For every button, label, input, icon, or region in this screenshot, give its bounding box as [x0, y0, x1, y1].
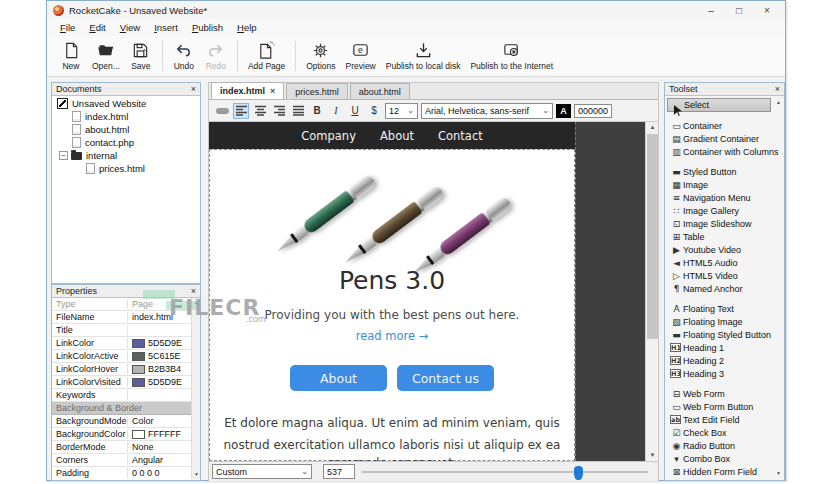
- menu-edit[interactable]: Edit: [82, 20, 112, 35]
- titlebar[interactable]: RocketCake - Unsaved Website*: [47, 1, 785, 19]
- menu-publish[interactable]: Publish: [185, 20, 230, 35]
- menu-help[interactable]: Help: [230, 20, 264, 35]
- toolset-item[interactable]: ⊟ Web Form: [665, 387, 784, 400]
- toolset-item[interactable]: ▬ Styled Button: [665, 165, 784, 178]
- property-row[interactable]: LinkColorHover B2B3B4: [52, 363, 191, 376]
- property-row[interactable]: Background & Border: [52, 402, 191, 415]
- toolset-item[interactable]: ▥ Container with Columns: [665, 145, 784, 158]
- menu-file[interactable]: File: [53, 20, 82, 35]
- color-swatch[interactable]: [132, 430, 145, 439]
- menu-insert[interactable]: Insert: [147, 20, 185, 35]
- align-left-button[interactable]: [233, 103, 249, 119]
- toolset-item[interactable]: ☑ Check Box: [665, 426, 784, 439]
- toolset-item[interactable]: ∷ Image Gallery: [665, 204, 784, 217]
- page-nav-link[interactable]: Company: [301, 129, 356, 143]
- toolset-item[interactable]: ⊠ Hidden Form Field: [665, 465, 784, 478]
- editor-tab[interactable]: prices.html: [286, 83, 348, 99]
- font-color-chip[interactable]: A: [556, 104, 571, 118]
- toolset-panel-close-icon[interactable]: ×: [775, 85, 780, 94]
- toolset-item[interactable]: ◄ HTML5 Audio: [665, 256, 784, 269]
- toolset-item[interactable]: H3 Heading 3: [665, 367, 784, 380]
- documents-panel-close-icon[interactable]: ×: [191, 85, 196, 94]
- property-row[interactable]: Keywords: [52, 389, 191, 402]
- property-row[interactable]: Corners Angular: [52, 454, 191, 467]
- tree-item[interactable]: contact.php: [52, 136, 200, 148]
- options-button[interactable]: Options: [301, 40, 340, 72]
- properties-scrollbar[interactable]: ▲ ▼: [191, 298, 200, 479]
- toolset-item[interactable]: ▦ Image: [665, 178, 784, 191]
- toolset-item[interactable]: ◉ Radio Button: [665, 439, 784, 452]
- open-button[interactable]: Open...: [87, 40, 125, 72]
- tree-item[interactable]: Unsaved Website: [52, 97, 200, 109]
- toolset-item[interactable]: ▬ Floating Styled Button: [665, 328, 784, 341]
- page-button[interactable]: Contact us: [397, 365, 494, 391]
- color-swatch[interactable]: [132, 339, 145, 348]
- tree-expander-icon[interactable]: −: [59, 151, 68, 160]
- property-row[interactable]: LinkColor 5D5D9E: [52, 337, 191, 350]
- read-more-link[interactable]: read more →: [210, 329, 574, 343]
- align-justify-button[interactable]: [290, 103, 306, 119]
- toolset-item[interactable]: H1 Heading 1: [665, 341, 784, 354]
- toolset-item[interactable]: A Floating Text: [665, 302, 784, 315]
- menu-view[interactable]: View: [113, 20, 147, 35]
- width-slider[interactable]: [362, 471, 648, 473]
- zoom-mode-select[interactable]: Custom: [212, 464, 312, 479]
- italic-button[interactable]: I: [328, 103, 344, 119]
- toolset-item[interactable]: ⊡ Image Slideshow: [665, 217, 784, 230]
- editor-tab[interactable]: about.html: [350, 83, 410, 99]
- redo-button[interactable]: Redo: [200, 40, 232, 72]
- toolset-item[interactable]: ≡ Navigation Menu: [665, 191, 784, 204]
- align-center-button[interactable]: [252, 103, 268, 119]
- tree-item[interactable]: − internal: [52, 149, 200, 161]
- tree-item[interactable]: about.html: [52, 123, 200, 135]
- color-swatch[interactable]: [132, 378, 145, 387]
- editor-tab[interactable]: index.html ×: [211, 82, 284, 99]
- toolset-scroll-down-icon[interactable]: ▼: [774, 469, 783, 478]
- tab-close-icon[interactable]: ×: [270, 86, 275, 96]
- tree-item[interactable]: prices.html: [52, 162, 200, 174]
- color-swatch[interactable]: [132, 352, 145, 361]
- toolset-item[interactable]: ¶ Named Anchor: [665, 282, 784, 295]
- property-row[interactable]: Padding 0 0 0 0: [52, 467, 191, 479]
- toolset-item[interactable]: ab Text Edit Field: [665, 413, 784, 426]
- add-page-button[interactable]: Add Page: [243, 40, 290, 72]
- scroll-up-icon[interactable]: ▲: [646, 122, 658, 133]
- publish-internet-button[interactable]: Publish to the Internet: [465, 40, 558, 72]
- page-width-input[interactable]: 537: [323, 464, 355, 479]
- slider-thumb[interactable]: [574, 466, 583, 480]
- toolset-item[interactable]: ▧ Floating Image: [665, 315, 784, 328]
- design-canvas[interactable]: CompanyAboutContact: [209, 122, 658, 461]
- toolset-item[interactable]: ▶ Youtube Video: [665, 243, 784, 256]
- scroll-down-icon[interactable]: ▼: [192, 470, 200, 479]
- page-body[interactable]: Pens 3.0 Providing you with the best pen…: [209, 149, 575, 461]
- property-row[interactable]: LinkColorVisited 5D5D9E: [52, 376, 191, 389]
- toolset-item[interactable]: ▷ HTML5 Video: [665, 269, 784, 282]
- maximize-button[interactable]: □: [725, 1, 753, 19]
- minimize-button[interactable]: –: [697, 1, 725, 19]
- page-heading[interactable]: Pens 3.0: [210, 266, 574, 295]
- new-button[interactable]: New: [55, 40, 87, 72]
- canvas-scrollbar[interactable]: ▲ ▼: [645, 122, 658, 461]
- toolset-item[interactable]: ▤ Gradient Container: [665, 132, 784, 145]
- undo-button[interactable]: Undo: [168, 40, 200, 72]
- toolset-item[interactable]: ▭ Container: [665, 119, 784, 132]
- page-nav-link[interactable]: About: [380, 129, 414, 143]
- property-row[interactable]: BackgroundMode Color: [52, 415, 191, 428]
- property-row[interactable]: BackgroundColor FFFFFF: [52, 428, 191, 441]
- page-nav-link[interactable]: Contact: [438, 129, 483, 143]
- hyperlink-icon[interactable]: [214, 103, 230, 119]
- currency-style-button[interactable]: $: [366, 103, 382, 119]
- tree-item[interactable]: index.html: [52, 110, 200, 122]
- underline-button[interactable]: U: [347, 103, 363, 119]
- font-size-select[interactable]: 12: [385, 103, 418, 119]
- toolset-item[interactable]: ▾ Combo Box: [665, 452, 784, 465]
- publish-local-disk-button[interactable]: Publish to local disk: [381, 40, 466, 72]
- toolset-item[interactable]: H2 Heading 2: [665, 354, 784, 367]
- align-right-button[interactable]: [271, 103, 287, 119]
- toolset-item[interactable]: ⊞ Table: [665, 230, 784, 243]
- scrollbar-thumb[interactable]: [647, 134, 658, 339]
- font-color-hex[interactable]: 000000: [574, 104, 612, 118]
- property-row[interactable]: LinkColorActive 5C615E: [52, 350, 191, 363]
- bold-button[interactable]: B: [309, 103, 325, 119]
- color-swatch[interactable]: [132, 365, 145, 374]
